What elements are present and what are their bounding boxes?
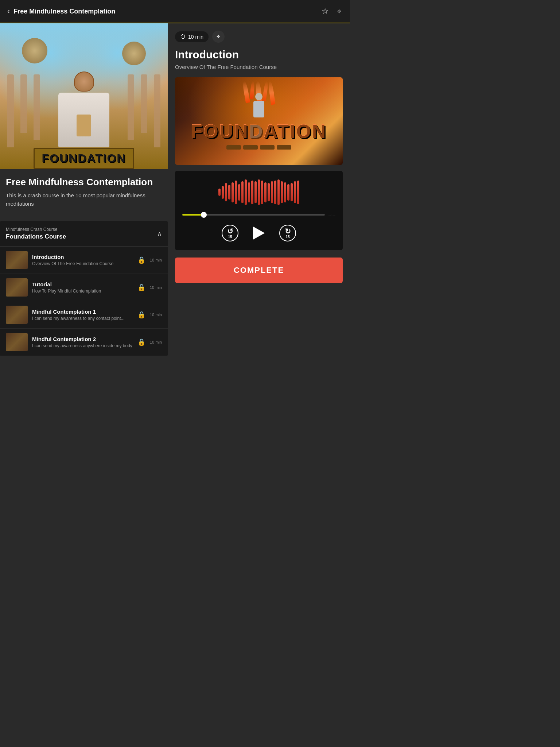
- skip-forward-label: 15: [285, 235, 289, 239]
- skip-back-button[interactable]: ↺ 15: [222, 225, 238, 241]
- audio-player: --:-- ↺ 15 ↻ 15: [175, 171, 343, 250]
- progress-track[interactable]: [182, 214, 325, 216]
- list-item[interactable]: Tutorial How To Play Mindful Contemplati…: [0, 274, 168, 301]
- wave-bar: [241, 181, 244, 203]
- wave-bar: [258, 179, 260, 205]
- wave-bar: [277, 179, 280, 205]
- course-section: Mindfulness Crash Course Foundations Cou…: [0, 221, 168, 356]
- lesson-duration: 10 min: [150, 340, 162, 344]
- wave-bar: [228, 185, 230, 200]
- time-badge: ⏱ 10 min: [175, 31, 209, 42]
- course-description: This is a crash course in the 10 most po…: [6, 191, 162, 208]
- foundation-image: FOUNDATION: [175, 77, 343, 165]
- list-item[interactable]: Introduction Overview Of The Free Founda…: [0, 247, 168, 274]
- clock-icon: ⏱: [180, 34, 186, 40]
- bookmark-button[interactable]: ☆: [320, 5, 330, 18]
- main-layout: FOUNDATION Free Mindfulness Contemplatio…: [0, 23, 350, 356]
- foundation-big-text: FOUNDATION: [191, 120, 327, 142]
- progress-time: --:--: [328, 212, 335, 217]
- lock-icon: 🔒: [137, 311, 145, 319]
- complete-button[interactable]: COMPLETE: [175, 258, 343, 283]
- play-icon: [253, 227, 265, 240]
- wave-bar: [264, 182, 267, 202]
- list-item[interactable]: Mindful Contemplation 2 I can send my aw…: [0, 329, 168, 356]
- course-info: Free Mindfulness Contemplation This is a…: [0, 169, 168, 215]
- wave-bar: [245, 179, 247, 205]
- wave-bar: [248, 182, 250, 202]
- lesson-duration: 10 min: [150, 313, 162, 317]
- play-button[interactable]: [253, 227, 265, 240]
- section-header[interactable]: Mindfulness Crash Course Foundations Cou…: [0, 221, 168, 246]
- lesson-desc: I can send my awareness anywhere inside …: [32, 343, 133, 348]
- wave-bar: [287, 184, 289, 201]
- share-link-button[interactable]: ⌖: [335, 5, 343, 18]
- lock-icon: 🔒: [137, 256, 145, 264]
- left-column: FOUNDATION Free Mindfulness Contemplatio…: [0, 23, 168, 356]
- lesson-thumbnail: [6, 278, 28, 297]
- skip-forward-arrow: ↻: [285, 228, 291, 235]
- lesson-title: Mindful Contemplation 2: [32, 336, 133, 342]
- back-button[interactable]: ‹: [7, 7, 10, 16]
- lesson-info: Mindful Contemplation 1 I can send my aw…: [32, 309, 133, 321]
- header-icons: ☆ ⌖: [320, 5, 343, 18]
- section-header-left: Mindfulness Crash Course Foundations Cou…: [6, 227, 66, 240]
- lesson-title: Introduction: [32, 254, 133, 260]
- lock-icon: 🔒: [137, 338, 145, 346]
- hero-image: FOUNDATION: [0, 23, 168, 169]
- wave-bar: [238, 184, 240, 201]
- skip-back-arrow: ↺: [227, 228, 233, 235]
- chevron-up-icon: ∧: [157, 230, 162, 238]
- lesson-desc: I can send my awareness to any contact p…: [32, 316, 133, 321]
- header: ‹ Free Mindfulness Contemplation ☆ ⌖: [0, 0, 350, 23]
- lesson-title: Tutorial: [32, 281, 133, 287]
- lesson-info: Mindful Contemplation 2 I can send my aw…: [32, 336, 133, 348]
- lesson-desc: Overview Of The Free Foundation Course: [32, 261, 133, 266]
- wave-bar: [294, 181, 296, 203]
- waveform: [182, 179, 335, 205]
- wave-bar: [281, 181, 283, 203]
- lesson-list: Introduction Overview Of The Free Founda…: [0, 246, 168, 356]
- time-badge-row: ⏱ 10 min ⌖: [175, 31, 343, 43]
- progress-thumb: [201, 212, 207, 218]
- course-title: Free Mindfulness Contemplation: [6, 177, 162, 188]
- lesson-info: Tutorial How To Play Mindful Contemplati…: [32, 281, 133, 294]
- lock-icon: 🔒: [137, 283, 145, 291]
- wave-bar: [254, 181, 257, 203]
- header-left: ‹ Free Mindfulness Contemplation: [7, 7, 115, 16]
- wave-bar: [218, 189, 221, 196]
- section-subtitle: Mindfulness Crash Course: [6, 227, 66, 232]
- wave-bar: [222, 186, 224, 199]
- section-title: Foundations Course: [6, 233, 66, 240]
- lesson-info: Introduction Overview Of The Free Founda…: [32, 254, 133, 266]
- list-item[interactable]: Mindful Contemplation 1 I can send my aw…: [0, 301, 168, 329]
- right-column: ⏱ 10 min ⌖ Introduction Overview Of The …: [168, 23, 350, 356]
- skip-back-label: 15: [228, 235, 232, 239]
- wave-bar: [232, 182, 234, 202]
- wave-bar: [291, 183, 293, 201]
- progress-bar-row: --:--: [182, 212, 335, 217]
- detail-subtitle: Overview Of The Free Foundation Course: [175, 64, 343, 70]
- wave-bar: [225, 183, 227, 201]
- player-controls: ↺ 15 ↻ 15: [182, 225, 335, 241]
- skip-forward-button[interactable]: ↻ 15: [279, 225, 296, 241]
- hero-foundation-text: FOUNDATION: [42, 152, 126, 165]
- wave-bar: [268, 183, 270, 201]
- link-badge-button[interactable]: ⌖: [212, 31, 225, 43]
- hero-foundation-sign: FOUNDATION: [34, 148, 135, 169]
- wave-bar: [235, 181, 237, 204]
- lesson-thumbnail: [6, 306, 28, 324]
- wave-bar: [251, 181, 253, 204]
- wave-bar: [261, 181, 263, 204]
- lesson-thumbnail: [6, 251, 28, 269]
- wave-bar: [274, 181, 276, 204]
- lesson-duration: 10 min: [150, 285, 162, 290]
- header-title: Free Mindfulness Contemplation: [13, 8, 115, 15]
- wave-bar: [271, 181, 273, 203]
- wave-bar: [297, 181, 299, 204]
- lesson-duration: 10 min: [150, 258, 162, 262]
- wave-bar: [284, 182, 286, 202]
- lesson-title: Mindful Contemplation 1: [32, 309, 133, 315]
- detail-title: Introduction: [175, 49, 343, 61]
- lesson-desc: How To Play Mindful Contemplation: [32, 289, 133, 294]
- lesson-thumbnail: [6, 333, 28, 351]
